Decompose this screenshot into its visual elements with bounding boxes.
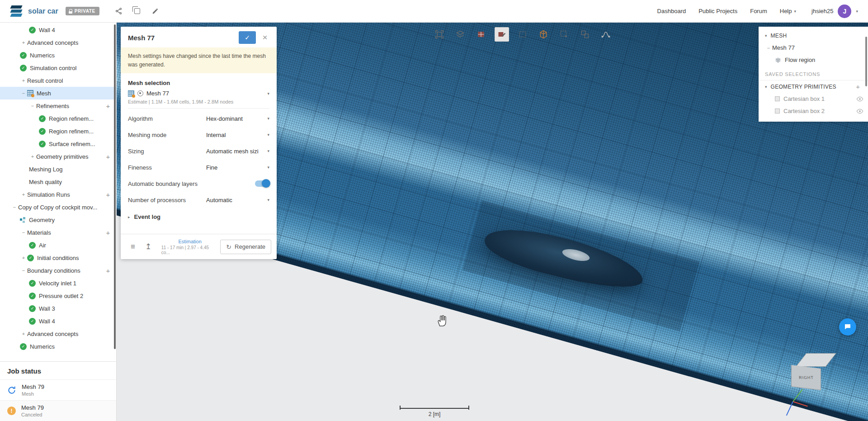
visibility-eye-icon[interactable] (856, 109, 863, 114)
sidebar-item-wall-4[interactable]: ✓Wall 4 (0, 24, 116, 36)
cube-top-face[interactable] (796, 353, 836, 367)
support-chat-button[interactable] (839, 318, 856, 336)
sidebar-item-geometry[interactable]: Geometry (0, 213, 116, 226)
orientation-cube[interactable]: RIGHT (788, 353, 842, 407)
collapse-icon[interactable]: − (20, 90, 27, 96)
share-icon[interactable] (115, 7, 123, 15)
event-log-toggle[interactable]: ▸ Event log (128, 213, 269, 220)
scene-item-mesh-77[interactable]: − Mesh 77 (759, 42, 868, 54)
cube-right-face[interactable]: RIGHT (791, 365, 821, 390)
job-row-running[interactable]: Mesh 79 Mesh (0, 379, 116, 400)
project-title: solar car (28, 7, 58, 15)
copy-project-icon[interactable] (134, 8, 140, 14)
spline-icon[interactable] (599, 27, 613, 42)
sidebar-item-air[interactable]: ✓Air (0, 239, 116, 251)
visibility-eye-icon[interactable] (856, 96, 863, 102)
fineness-dropdown[interactable]: Fine▾ (206, 164, 269, 171)
sidebar-item-result-control[interactable]: +Result control (0, 74, 116, 87)
mesh-section-header[interactable]: ▾ MESH (759, 29, 868, 42)
app-logo[interactable] (10, 5, 24, 18)
job-row-canceled[interactable]: ! Mesh 79 Canceled (0, 400, 116, 421)
sidebar-item-wall-3[interactable]: ✓Wall 3 (0, 302, 116, 315)
item-label: Wall 3 (39, 305, 55, 312)
avatar[interactable]: J (838, 5, 851, 18)
nav-dashboard[interactable]: Dashboard (657, 8, 686, 14)
surface-mesh-icon[interactable] (474, 27, 488, 42)
add-primitive-button[interactable]: + (104, 153, 112, 161)
boundary-layers-toggle[interactable] (255, 180, 269, 187)
chevron-down-icon[interactable]: ▾ (267, 91, 269, 96)
expand-icon[interactable]: + (29, 154, 36, 159)
nav-public-projects[interactable]: Public Projects (698, 8, 737, 14)
collapse-icon[interactable]: − (765, 45, 772, 51)
algorithm-dropdown[interactable]: Hex-dominant▾ (206, 115, 269, 122)
wireframe-icon[interactable] (515, 27, 530, 42)
scene-tree-panel: ▾ MESH − Mesh 77 Flow region SAVED SELEC… (759, 27, 868, 122)
collapse-icon[interactable]: − (29, 103, 36, 109)
add-run-button[interactable]: + (104, 191, 112, 199)
show-hide-icon[interactable] (453, 27, 467, 42)
sidebar-item-surface-refinement[interactable]: ✓Surface refinem... (0, 137, 116, 150)
account-chevron-icon[interactable]: ▾ (856, 9, 858, 14)
processors-dropdown[interactable]: Automatic▾ (206, 197, 269, 203)
sizing-dropdown[interactable]: Automatic mesh sizi▾ (206, 148, 269, 155)
add-primitive-button[interactable]: + (856, 83, 860, 90)
collapse-icon[interactable]: − (11, 204, 18, 210)
sidebar-item-wall-4b[interactable]: ✓Wall 4 (0, 315, 116, 327)
expand-icon[interactable]: + (20, 331, 27, 336)
geometry-primitives-header[interactable]: ▾ GEOMETRY PRIMITIVES + (759, 80, 868, 93)
nav-forum[interactable]: Forum (750, 8, 767, 14)
sidebar-item-velocity-inlet-1[interactable]: ✓Velocity inlet 1 (0, 277, 116, 289)
collapse-icon[interactable]: − (20, 268, 27, 273)
sidebar-scrollbar[interactable] (114, 24, 116, 349)
confirm-button[interactable]: ✓ (239, 31, 256, 44)
sidebar-item-refinements[interactable]: −Refinements+ (0, 99, 116, 112)
close-icon[interactable]: × (259, 31, 271, 44)
sidebar-item-pressure-outlet-2[interactable]: ✓Pressure outlet 2 (0, 289, 116, 302)
sidebar-item-mesh[interactable]: −Mesh (0, 87, 116, 99)
sidebar-item-advanced-concepts[interactable]: +Advanced concepts (0, 36, 116, 49)
expand-icon[interactable]: + (20, 40, 27, 45)
scene-tree-scrollbar[interactable] (865, 37, 867, 86)
scene-item-cartesian-box-2[interactable]: Cartesian box 2 (759, 105, 868, 117)
sidebar-item-advanced-concepts-2[interactable]: +Advanced concepts (0, 327, 116, 340)
visibility-target-icon[interactable] (137, 90, 143, 96)
sidebar-item-copy-simulation[interactable]: −Copy of Copy of cockpit mov... (0, 201, 116, 213)
edit-mesh-icon[interactable] (495, 27, 509, 42)
geometry-view-icon[interactable] (536, 27, 551, 42)
sidebar-item-region-refinement-1[interactable]: ✓Region refinem... (0, 112, 116, 125)
add-boundary-button[interactable]: + (104, 267, 112, 274)
fit-view-icon[interactable] (432, 27, 447, 42)
sidebar-item-simulation-control[interactable]: ✓Simulation control (0, 61, 116, 74)
multi-select-icon[interactable] (578, 27, 592, 42)
scale-label: 2 [m] (400, 411, 469, 417)
sidebar-item-region-refinement-2[interactable]: ✓Region refinem... (0, 125, 116, 137)
sidebar-item-initial-conditions[interactable]: +✓Initial conditions (0, 251, 116, 264)
scene-item-flow-region[interactable]: Flow region (759, 54, 868, 66)
sidebar-item-numerics[interactable]: ✓Numerics (0, 49, 116, 61)
regenerate-button[interactable]: ↻ Regenerate (220, 240, 271, 254)
collapse-icon[interactable]: − (20, 230, 27, 235)
sidebar-item-geometry-primitives[interactable]: +Geometry primitives+ (0, 150, 116, 163)
sidebar-item-materials[interactable]: −Materials+ (0, 226, 116, 239)
sidebar-item-meshing-log[interactable]: Meshing Log (0, 163, 116, 175)
box-select-icon[interactable] (557, 27, 571, 42)
sidebar-item-boundary-conditions[interactable]: −Boundary conditions+ (0, 264, 116, 277)
expand-icon[interactable]: + (20, 255, 27, 260)
add-refinement-button[interactable]: + (104, 102, 112, 110)
sidebar-item-simulation-runs[interactable]: +Simulation Runs+ (0, 188, 116, 201)
scene-item-cartesian-box-1[interactable]: Cartesian box 1 (759, 93, 868, 105)
expand-icon[interactable]: + (20, 192, 27, 197)
edit-icon[interactable] (152, 8, 159, 14)
add-material-button[interactable]: + (104, 229, 112, 237)
nav-help[interactable]: Help ▾ (780, 8, 796, 14)
mesh-selection-item[interactable]: Mesh 77 ▾ Estimate | 1.1M - 1.6M cells, … (128, 90, 269, 109)
expand-icon[interactable]: + (20, 78, 27, 83)
export-icon[interactable]: ↥ (142, 240, 155, 254)
x-axis (793, 401, 808, 407)
sidebar-item-mesh-quality[interactable]: Mesh quality (0, 175, 116, 188)
sidebar-item-numerics-2[interactable]: ✓Numerics (0, 340, 116, 353)
mesh-list-icon[interactable]: ≡ (126, 240, 140, 254)
field-label: Automatic boundary layers (128, 180, 198, 187)
meshing-mode-dropdown[interactable]: Internal▾ (206, 132, 269, 138)
